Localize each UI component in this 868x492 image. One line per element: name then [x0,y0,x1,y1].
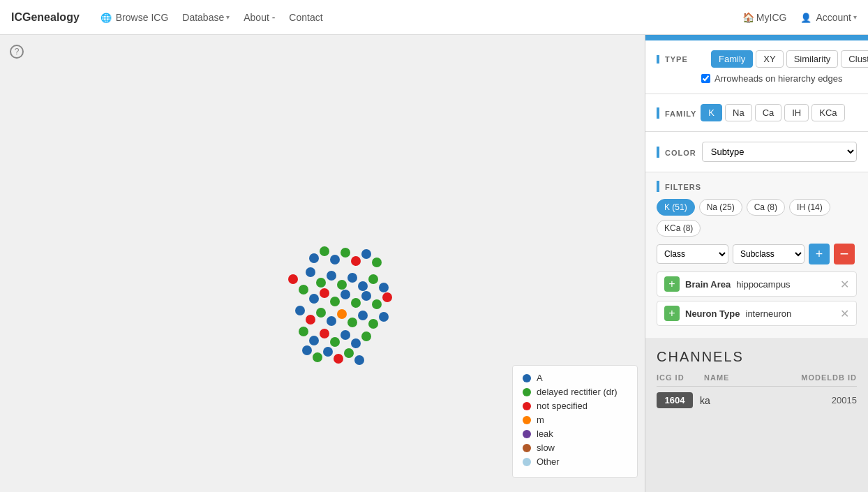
graph-node[interactable] [341,290,350,299]
globe-icon [100,12,114,23]
graph-node[interactable] [341,248,350,258]
filter-tag-label: Neuron Type [685,308,740,319]
main-container: ? A delayed rectifier (dr) not specified… [0,35,868,492]
graph-node[interactable] [302,345,312,355]
filter-chip[interactable]: KCa (8) [657,220,701,237]
filter-tag-plus-btn[interactable]: + [664,306,680,321]
graph-node[interactable] [379,283,389,292]
family-tab-k[interactable]: K [701,104,722,121]
add-filter-button[interactable]: + [809,244,830,264]
col-modeldb: MODELDB ID [801,373,857,382]
family-tab-kca[interactable]: KCa [811,104,844,121]
graph-node[interactable] [330,297,340,306]
graph-node[interactable] [368,274,378,284]
legend-label: not specified [537,401,588,411]
graph-node[interactable] [320,246,329,256]
help-icon[interactable]: ? [10,45,24,59]
filter-tag-remove-btn[interactable]: ✕ [840,278,849,291]
contact-link[interactable]: Contact [289,12,322,23]
type-tab-xy[interactable]: XY [756,50,783,68]
graph-node[interactable] [344,348,354,358]
legend-item: leak [523,428,627,439]
filter-subclass-select[interactable]: Subclass Class Brain Area Neuron Type [733,244,805,264]
type-label: TYPE [665,55,707,64]
filter-chips: K (51)Na (25)Ca (8)IH (14)KCa (8) [657,199,857,237]
graph-node[interactable] [341,330,350,340]
navbar: ICGenealogy Browse ICG Database ▾ About … [0,0,868,35]
graph-node[interactable] [361,291,371,301]
graph-node[interactable] [323,347,333,357]
color-select[interactable]: SubtypeClassFamily [702,142,857,162]
graph-node[interactable] [372,258,382,267]
graph-node[interactable] [337,309,347,319]
family-tab-ca[interactable]: Ca [755,104,782,121]
graph-node[interactable] [320,329,329,338]
graph-node[interactable] [361,249,371,259]
graph-node[interactable] [334,354,343,364]
account-link[interactable]: Account ▾ [800,12,857,23]
graph-node[interactable] [382,292,392,302]
filter-class-select[interactable]: Class Subclass Brain Area Neuron Type [657,244,728,264]
graph-node[interactable] [295,306,305,315]
about-link[interactable]: About - [244,12,275,23]
graph-node[interactable] [351,338,361,348]
graph-node[interactable] [327,316,336,326]
type-tab-similarity[interactable]: Similarity [786,50,839,68]
graph-node[interactable] [330,255,340,264]
type-tab-cluster[interactable]: Cluster [841,50,868,68]
filter-chip[interactable]: Na (25) [699,199,742,216]
arrowheads-checkbox[interactable] [701,74,710,83]
graph-node[interactable] [330,337,340,347]
graph-node[interactable] [320,288,329,298]
left-panel: ? A delayed rectifier (dr) not specified… [0,35,645,492]
graph-node[interactable] [299,327,308,336]
graph-node[interactable] [313,352,322,362]
myicg-link[interactable]: 🏠 MyICG [742,12,787,23]
graph-node[interactable] [306,315,315,325]
user-icon [800,12,814,23]
filter-chip[interactable]: IH (14) [789,199,830,216]
graph-node[interactable] [347,318,357,327]
graph-node[interactable] [347,273,357,283]
filter-tag-remove-btn[interactable]: ✕ [840,307,849,320]
filter-chip[interactable]: Ca (8) [747,199,785,216]
top-accent-bar [645,35,868,40]
channel-row[interactable]: 1604 ka 20015 [657,392,857,408]
graph-node[interactable] [372,299,382,309]
type-tab-family[interactable]: Family [711,50,753,68]
graph-node[interactable] [358,311,368,320]
graph-node[interactable] [306,267,315,277]
family-tab-ih[interactable]: IH [784,104,809,121]
channel-name: ka [693,395,801,406]
graph-node[interactable] [351,256,361,266]
browse-icg-link[interactable]: Browse ICG [100,12,168,23]
legend-label: m [537,415,544,425]
graph-node[interactable] [288,274,298,284]
database-link[interactable]: Database ▾ [182,12,230,23]
graph-node[interactable] [309,336,319,345]
graph-node[interactable] [379,312,389,322]
arrowheads-row: Arrowheads on hierarchy edges [701,73,857,84]
graph-node[interactable] [358,281,368,291]
legend-label: delayed rectifier (dr) [537,387,618,397]
graph-node[interactable] [316,308,326,318]
graph-node[interactable] [327,271,336,281]
graph-node[interactable] [351,298,361,308]
graph-node[interactable] [368,319,378,329]
graph-node[interactable] [309,253,319,263]
filter-chip[interactable]: K (51) [657,199,695,216]
graph-node[interactable] [316,278,326,288]
graph-node[interactable] [299,285,308,295]
graph-node[interactable] [361,331,371,341]
filter-tag-row: + Neuron Type interneuron ✕ [657,301,857,326]
graph-node[interactable] [337,280,347,290]
graph-node[interactable] [309,294,319,304]
family-tab-na[interactable]: Na [725,104,752,121]
legend-dot [523,402,531,410]
remove-filter-button[interactable]: − [834,244,855,264]
legend-dot [523,388,531,396]
graph-node[interactable] [354,355,364,365]
filter-tag-plus-btn[interactable]: + [664,276,680,292]
myicg-icon: 🏠 [742,12,754,23]
legend-item: slow [523,442,627,453]
